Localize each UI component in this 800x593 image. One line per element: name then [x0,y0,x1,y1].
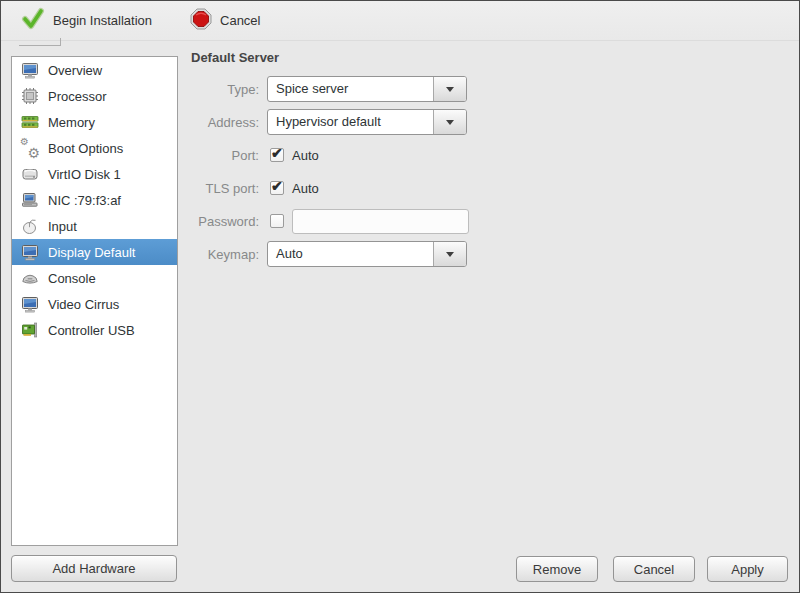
sidebar-item-input[interactable]: Input [12,213,177,239]
console-icon [20,269,40,287]
ram-icon [20,113,40,131]
sidebar-item-overview[interactable]: Overview [12,57,177,83]
port-row: Port: Auto [191,142,469,168]
address-label: Address: [191,115,259,130]
password-checkbox[interactable] [270,214,284,228]
tls-port-label: TLS port: [191,181,259,196]
monitor-icon [20,61,40,79]
sidebar-item-processor[interactable]: Processor [12,83,177,109]
sidebar-item-label: Console [48,271,96,286]
usb-controller-icon [20,321,40,339]
sidebar-item-label: Processor [48,89,107,104]
sidebar-item-video-cirrus[interactable]: Video Cirrus [12,291,177,317]
green-checkmark-icon [21,7,45,35]
chevron-down-icon[interactable] [433,110,466,134]
type-combobox[interactable]: Spice server [267,76,467,102]
address-row: Address: Hypervisor default [191,109,469,135]
settings-form: Type: Spice server Address: Hypervisor d… [191,76,469,267]
sidebar-item-virtio-disk-1[interactable]: VirtIO Disk 1 [12,161,177,187]
remove-button[interactable]: Remove [516,556,598,582]
type-row: Type: Spice server [191,76,469,102]
virt-manager-window: Begin Installation Cancel [0,0,800,593]
password-row: Password: [191,208,469,234]
add-hardware-button[interactable]: Add Hardware [11,555,177,582]
sidebar-item-label: NIC :79:f3:af [48,193,121,208]
sidebar-item-label: Input [48,219,77,234]
password-label: Password: [191,214,259,229]
password-field[interactable] [292,209,469,234]
sidebar-item-label: Video Cirrus [48,297,119,312]
cancel-button[interactable]: Cancel [613,556,695,582]
apply-button[interactable]: Apply [707,556,788,582]
mouse-icon [20,217,40,235]
chevron-down-icon[interactable] [433,242,466,266]
sidebar-item-controller-usb[interactable]: Controller USB [12,317,177,343]
sidebar-item-label: Boot Options [48,141,123,156]
sidebar-item-label: VirtIO Disk 1 [48,167,121,182]
chevron-down-icon[interactable] [433,77,466,101]
hidden-tab-edge [19,38,61,46]
red-stop-icon [190,8,212,34]
tls-port-auto-checkbox[interactable] [270,181,284,195]
gears-icon: ⚙⚙ [20,139,40,157]
cancel-installation-label: Cancel [220,13,260,28]
type-value: Spice server [268,77,433,101]
display-icon [20,243,40,261]
sidebar-item-nic[interactable]: NIC :79:f3:af [12,187,177,213]
network-pc-icon [20,191,40,209]
display-settings-panel: Default Server Type: Spice server Addres… [191,50,469,267]
begin-installation-button[interactable]: Begin Installation [13,3,160,39]
port-auto-label: Auto [292,148,319,163]
keymap-label: Keymap: [191,247,259,262]
keymap-combobox[interactable]: Auto [267,241,467,267]
sidebar-item-console[interactable]: Console [12,265,177,291]
sidebar-item-label: Display Default [48,245,135,260]
sidebar-item-display-default[interactable]: Display Default [12,239,177,265]
cancel-installation-button[interactable]: Cancel [182,4,268,38]
address-combobox[interactable]: Hypervisor default [267,109,467,135]
tls-port-row: TLS port: Auto [191,175,469,201]
tls-port-auto-label: Auto [292,181,319,196]
keymap-row: Keymap: Auto [191,241,469,267]
sidebar-item-boot-options[interactable]: ⚙⚙ Boot Options [12,135,177,161]
port-label: Port: [191,148,259,163]
cpu-icon [20,87,40,105]
panel-title: Default Server [191,50,469,65]
hardware-list: Overview Processor [11,56,178,546]
keymap-value: Auto [268,242,433,266]
toolbar: Begin Installation Cancel [1,1,799,41]
sidebar-item-memory[interactable]: Memory [12,109,177,135]
sidebar-item-label: Memory [48,115,95,130]
port-auto-checkbox[interactable] [270,148,284,162]
disk-icon [20,165,40,183]
sidebar-item-label: Controller USB [48,323,135,338]
video-icon [20,295,40,313]
sidebar-item-label: Overview [48,63,102,78]
begin-installation-label: Begin Installation [53,13,152,28]
address-value: Hypervisor default [268,110,433,134]
type-label: Type: [191,82,259,97]
